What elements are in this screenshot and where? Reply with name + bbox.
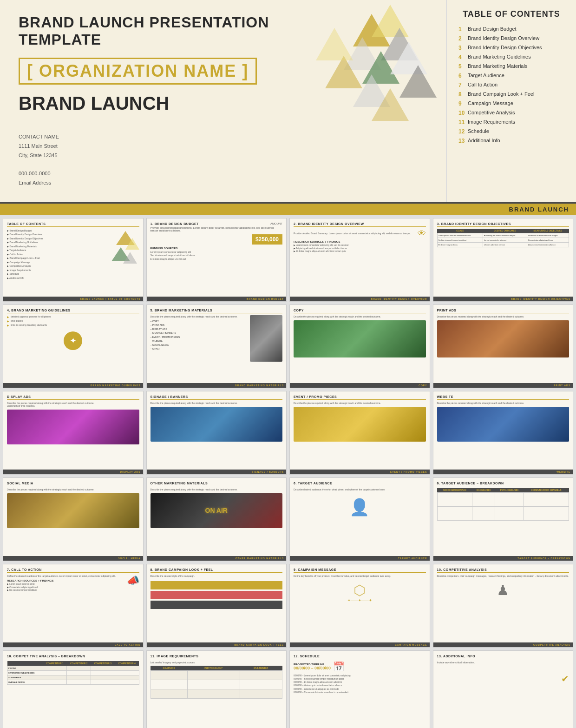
svg-marker-10 [316,28,353,60]
slide-toc-header: TABLE OF CONTENTS [7,222,139,227]
slide-audience-breakdown-footer: TARGET AUDIENCE – BREAKDOWN [433,556,573,561]
slide-print-footer: PRINT ADS [433,383,573,388]
toc-item-8: 8Brand Campaign Look + Feel [458,91,564,98]
slide-other-header: OTHER MARKETING MATERIALS [151,482,283,486]
color-swatch-2 [151,591,283,599]
slide-budget: 1. BRAND DESIGN BUDGET AMOUNT Provide de… [146,218,287,302]
slide-budget-header: 1. BRAND DESIGN BUDGET [151,222,199,226]
slide-message-footer: CAMPAIGN MESSAGE [290,642,430,647]
slide-schedule: 12. SCHEDULE PROJECTED TIMELINE 00/00/00… [289,650,430,728]
slide-event-footer: EVENT / PROMO PIECES [290,470,430,474]
slide-competitive-breakdown-header: 10. COMPETITIVE ANALYSIS – BREAKDOWN [7,655,139,659]
contact-address: 1111 Main Street [19,142,279,151]
color-swatch-3 [151,601,283,609]
slide-target-audience: 6. TARGET AUDIENCE Describe desired audi… [289,477,430,561]
slide-campaign-look: 8. BRAND CAMPAIGN LOOK + FEEL Describe t… [146,564,287,648]
hero-left: BRAND LAUNCH PRESENTATION TEMPLATE [ ORG… [0,0,297,202]
slide-toc: TABLE OF CONTENTS ▶ Brand Design Budget … [3,218,144,302]
guideline-1: ▶ detailed approval process for all piec… [7,315,139,318]
slide-budget-footer: BRAND DESIGN BUDGET [147,297,287,301]
slide-message-header: 9. CAMPAIGN MESSAGE [294,568,426,573]
slide-identity-overview-footer: BRAND IDENTITY DESIGN OVERVIEW [290,297,430,301]
slide-other-marketing: OTHER MARKETING MATERIALS Describe the p… [146,477,287,561]
slide-website: WEBSITE Describe the pieces required alo… [433,391,574,475]
slide-identity-objectives: 3. BRAND IDENTITY DESIGN OBJECTIVES GOAL… [433,218,574,302]
slide-competitive-analysis: 10. COMPETITIVE ANALYSIS Describe compet… [433,564,574,648]
hero-brand-launch: BRAND LAUNCH [19,93,279,114]
slide-other-footer: OTHER MARKETING MATERIALS [147,556,287,561]
slide-image-requirements: 11. IMAGE REQUIREMENTS List needed image… [146,650,287,728]
slide-target-breakdown: 6. TARGET AUDIENCE – BREAKDOWN SOCIO DEM… [433,477,574,561]
competitive-table: COMPETITOR 1 COMPETITOR 2 COMPETITOR 3 C… [7,661,139,685]
slide-display-header: DISPLAY ADS [7,395,139,400]
slide-competitive-footer: COMPETITIVE ANALYSIS [433,642,573,647]
toc-item-6: 6Target Audience [458,73,564,79]
toc-item-13: 13Additional Info [458,138,564,144]
slide-call-to-action: 7. CALL TO ACTION Define the desired rea… [3,564,144,648]
slide-image-req-header: 11. IMAGE REQUIREMENTS [151,655,283,659]
brand-bar: BRAND LAUNCH [0,204,576,215]
slide-competitive-header: 10. COMPETITIVE ANALYSIS [437,568,569,573]
toc-item-5: 5Brand Marketing Materials [458,63,564,70]
slide-signage: SIGNAGE / BANNERS Describe the pieces re… [146,391,287,475]
slide-cta-footer: CALL TO ACTION [3,642,143,647]
slide-website-footer: WEBSITE [433,470,573,474]
toc-item-12: 12Schedule [458,128,564,135]
slide-event-header: EVENT / PROMO PIECES [294,395,426,400]
slide-competitive-breakdown: 10. COMPETITIVE ANALYSIS – BREAKDOWN COM… [3,650,144,728]
slide-guidelines-footer: BRAND MARKETING GUIDELINES [3,383,143,388]
slide-print-ads: PRINT ADS Describe the pieces required a… [433,304,574,388]
hero-title: BRAND LAUNCH PRESENTATION TEMPLATE [19,14,279,48]
toc-item-7: 7Call to Action [458,82,564,88]
contact-phone: 000-000-0000 [19,169,279,179]
hero-section: BRAND LAUNCH PRESENTATION TEMPLATE [ ORG… [0,0,576,204]
toc-items: 1Brand Design Budget2Brand Identity Desi… [458,26,564,144]
slide-additional-info: 13. ADDITIONAL INFO Include any other cr… [433,650,574,728]
slide-identity-objectives-header: 3. BRAND IDENTITY DESIGN OBJECTIVES [437,222,569,227]
toc-item-4: 4Brand Marketing Guidelines [458,54,564,60]
slide-marketing-materials: 5. BRAND MARKETING MATERIALS Describe th… [146,304,287,388]
toc-item-1: 1Brand Design Budget [458,26,564,33]
slide-audience-header: 6. TARGET AUDIENCE [294,482,426,486]
toc-item-10: 10Competitive Analysis [458,110,564,116]
image-req-table: GRAPHICS PHOTOGRAPHY MULTIMEDIA [151,666,283,699]
slide-display-ads: DISPLAY ADS Describe the pieces required… [3,391,144,475]
toc-item-11: 11Image Requirements [458,119,564,126]
slide-event-promo: EVENT / PROMO PIECES Describe the pieces… [289,391,430,475]
slide-campaign-message: 9. CAMPAIGN MESSAGE Define key benefits … [289,564,430,648]
slide-social-media: SOCIAL MEDIA Describe the pieces require… [3,477,144,561]
slide-display-footer: DISPLAY ADS [3,470,143,474]
slide-materials-header: 5. BRAND MARKETING MATERIALS [151,309,283,313]
slide-campaign-look-header: 8. BRAND CAMPAIGN LOOK + FEEL [151,568,283,573]
slide-addinfo-header: 13. ADDITIONAL INFO [437,655,569,659]
toc-item-2: 2Brand Identity Design Overview [458,35,564,42]
slide-identity-overview: 2. BRAND IDENTITY DESIGN OVERVIEW Provid… [289,218,430,302]
contact-city: City, State 12345 [19,151,279,160]
slides-grid: TABLE OF CONTENTS ▶ Brand Design Budget … [0,215,576,728]
slide-copy-footer: COPY [290,383,430,388]
slide-social-header: SOCIAL MEDIA [7,482,139,486]
audience-breakdown-table: SOCIO DEMOGRAPHIC DAOGRAPHIC PSYCHOGRAPH… [437,488,569,521]
hero-org-name: [ ORGANIZATION NAME ] [19,58,257,85]
toc-title: TABLE OF CONTENTS [458,9,564,19]
objectives-table: GOALS DESIRED OUTCOMES MEASURABLE OBJECT… [437,229,569,247]
slide-website-header: WEBSITE [437,395,569,400]
hero-contact: CONTACT NAME 1111 Main Street City, Stat… [19,132,279,188]
guideline-2: ▶ style guides [7,319,139,323]
slide-social-footer: SOCIAL MEDIA [3,556,143,561]
hero-triangles [297,0,446,202]
slide-audience-footer: TARGET AUDIENCE [290,556,430,561]
toc-item-3: 3Brand Identity Design Objectives [458,45,564,51]
slide-cta-header: 7. CALL TO ACTION [7,568,139,573]
slide-schedule-header: 12. SCHEDULE [294,655,426,659]
hero-toc: TABLE OF CONTENTS 1Brand Design Budget2B… [446,0,576,202]
slide-campaign-look-footer: BRAND CAMPAIGN LOOK + FEEL [147,642,287,647]
toc-item-9: 9Campaign Message [458,100,564,107]
slide-identity-overview-header: 2. BRAND IDENTITY DESIGN OVERVIEW [294,222,426,227]
slide-audience-breakdown-header: 6. TARGET AUDIENCE – BREAKDOWN [437,482,569,486]
slide-guidelines-header: 4. BRAND MARKETING GUIDELINES [7,309,139,313]
slide-signage-header: SIGNAGE / BANNERS [151,395,283,400]
slide-copy-header: COPY [294,309,426,313]
guideline-3: ▶ links to existing branding standards [7,324,139,327]
slide-materials-footer: BRAND MARKETING MATERIALS [147,383,287,388]
